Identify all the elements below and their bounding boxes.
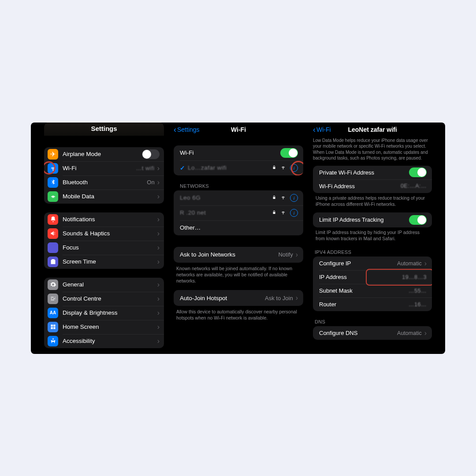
svg-rect-1 xyxy=(53,325,55,327)
dns-header: DNS xyxy=(315,319,432,324)
sidebar-item-sounds[interactable]: Sounds & Haptics › xyxy=(44,227,164,241)
connected-network-row[interactable]: ✓ Lo…zafar wifi i xyxy=(174,160,303,175)
settings-title: Settings xyxy=(44,123,164,136)
checkmark-icon: ✓ xyxy=(180,164,185,171)
configure-dns-row[interactable]: Configure DNS Automatic › xyxy=(313,326,432,340)
sidebar-item-focus[interactable]: Focus › xyxy=(44,241,164,255)
page-title: Wi-Fi xyxy=(231,126,246,133)
info-icon[interactable]: i xyxy=(290,209,298,217)
auto-join-row[interactable]: Auto-Join Hotspot Ask to Join › xyxy=(174,290,303,306)
sidebar-item-airplane[interactable]: ✈ Airplane Mode xyxy=(44,147,164,161)
screentime-icon xyxy=(48,257,58,267)
ask-label: Ask to Join Networks xyxy=(180,251,235,258)
bluetooth-label: Bluetooth xyxy=(63,179,88,186)
sidebar-item-accessibility[interactable]: Accessibility › xyxy=(44,334,164,348)
ipv4-header: IPV4 ADDRESS xyxy=(315,249,432,255)
sounds-label: Sounds & Haptics xyxy=(63,230,110,237)
wifi-switch[interactable] xyxy=(280,148,298,158)
ask-value: Notify xyxy=(278,251,293,258)
router-label: Router xyxy=(319,301,336,308)
chevron-right-icon: › xyxy=(157,165,160,172)
network-name: Leo 6G xyxy=(180,194,201,201)
auto-label: Auto-Join Hotspot xyxy=(180,295,227,301)
sidebar-item-screentime[interactable]: Screen Time › xyxy=(44,255,164,269)
sidebar-item-display[interactable]: AA Display & Brightness › xyxy=(44,306,164,320)
chevron-right-icon: › xyxy=(157,295,160,302)
svg-rect-2 xyxy=(51,327,52,329)
subnet-row: Subnet Mask …55… xyxy=(313,284,432,298)
chevron-right-icon: › xyxy=(157,324,160,331)
limit-footer: Limit IP address tracking by hiding your… xyxy=(316,229,429,242)
wifi-signal-icon xyxy=(280,165,286,171)
sidebar-item-controlcentre[interactable]: Control Centre › xyxy=(44,292,164,306)
network-row[interactable]: R .20 net i xyxy=(174,205,303,220)
private-label: Private Wi-Fi Address xyxy=(319,169,374,176)
info-icon[interactable]: i xyxy=(290,194,298,202)
chevron-right-icon: › xyxy=(424,260,427,267)
sidebar-item-mobile[interactable]: Mobile Data › xyxy=(44,190,164,204)
bluetooth-value: On xyxy=(147,179,154,186)
sidebar-item-bluetooth[interactable]: Bluetooth On › xyxy=(44,175,164,190)
configure-ip-value: Automatic xyxy=(397,260,422,267)
info-icon[interactable]: i xyxy=(290,164,298,172)
configure-ip-row[interactable]: Configure IP Automatic › xyxy=(313,257,432,270)
limit-switch[interactable] xyxy=(409,215,427,225)
wifi-toggle-label: Wi-Fi xyxy=(180,149,193,156)
ip-value: 19…8…3 xyxy=(402,274,427,280)
wifi-signal-icon xyxy=(280,209,286,216)
lock-icon xyxy=(272,195,276,201)
other-network-row[interactable]: Other… xyxy=(174,220,303,235)
router-row: Router …16… xyxy=(313,298,432,311)
dns-label: Configure DNS xyxy=(319,330,357,336)
wifi-address-row: Wi-Fi Address 0E:…A:… xyxy=(313,179,432,193)
network-row[interactable]: Leo 6G i xyxy=(174,190,303,205)
focus-icon xyxy=(48,242,58,253)
home-label: Home Screen xyxy=(63,324,99,330)
private-switch[interactable] xyxy=(409,167,427,177)
back-button[interactable]: ‹ Settings xyxy=(174,126,200,134)
ip-address-row: IP Address 19…8…3 xyxy=(313,270,432,284)
control-label: Control Centre xyxy=(63,295,101,302)
homescreen-icon xyxy=(48,322,58,332)
limit-tracking-row[interactable]: Limit IP Address Tracking xyxy=(313,212,432,227)
limit-label: Limit IP Address Tracking xyxy=(319,216,383,223)
auto-value: Ask to Join xyxy=(265,295,293,301)
chevron-right-icon: › xyxy=(157,179,160,186)
chevron-right-icon: › xyxy=(157,281,160,288)
svg-point-4 xyxy=(52,338,54,340)
chevron-right-icon: › xyxy=(424,330,427,337)
page-title: LeoNet zafar wifi xyxy=(348,126,397,133)
private-wifi-row[interactable]: Private Wi-Fi Address xyxy=(313,166,432,179)
lowdata-explainer: Low Data Mode helps reduce your iPhone d… xyxy=(313,138,432,161)
other-label: Other… xyxy=(180,224,201,231)
sidebar-item-wifi[interactable]: Wi-Fi …t wifi › xyxy=(44,161,164,175)
networks-header: NETWORKS xyxy=(180,183,303,189)
wifi-label: Wi-Fi xyxy=(63,165,76,171)
control-centre-icon xyxy=(48,294,58,304)
chevron-right-icon: › xyxy=(157,230,160,237)
chevron-right-icon: › xyxy=(157,258,160,265)
back-button[interactable]: ‹ Wi-Fi xyxy=(313,126,331,134)
wifi-icon xyxy=(48,163,58,174)
ask-to-join-row[interactable]: Ask to Join Networks Notify › xyxy=(174,247,303,263)
wifi-toggle-row[interactable]: Wi-Fi xyxy=(174,145,303,160)
back-label: Wi-Fi xyxy=(316,126,331,133)
airplane-icon: ✈ xyxy=(48,149,58,160)
chevron-left-icon: ‹ xyxy=(313,126,316,134)
back-label: Settings xyxy=(177,126,200,133)
private-footer: Using a private address helps reduce tra… xyxy=(316,195,429,207)
display-label: Display & Brightness xyxy=(63,309,118,316)
sounds-icon xyxy=(48,228,58,239)
chevron-right-icon: › xyxy=(157,244,160,251)
chevron-right-icon: › xyxy=(157,338,160,345)
airplane-switch[interactable] xyxy=(142,149,160,159)
sidebar-item-general[interactable]: General › xyxy=(44,278,164,292)
focus-label: Focus xyxy=(63,244,79,251)
accessibility-icon xyxy=(48,336,58,346)
sidebar-item-homescreen[interactable]: Home Screen › xyxy=(44,320,164,334)
mobile-data-icon xyxy=(48,191,58,202)
sidebar-item-notifications[interactable]: Notifications › xyxy=(44,212,164,227)
subnet-label: Subnet Mask xyxy=(319,287,353,294)
dns-value: Automatic xyxy=(397,330,422,336)
configure-ip-label: Configure IP xyxy=(319,260,351,267)
